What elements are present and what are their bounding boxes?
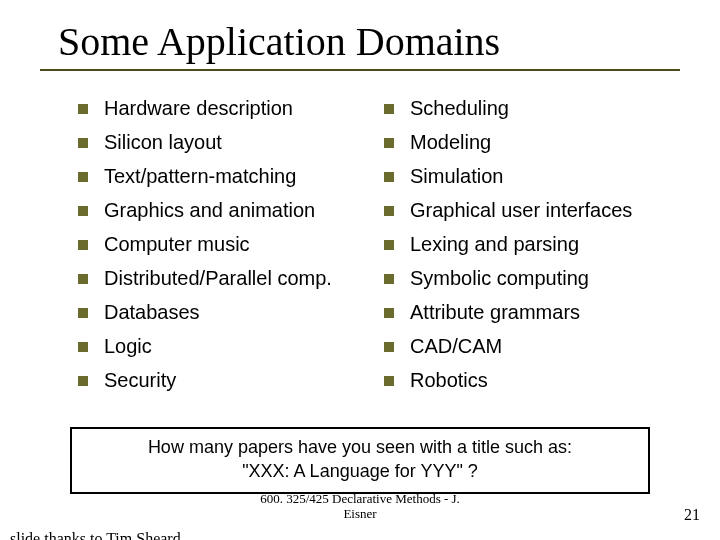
square-bullet-icon bbox=[384, 274, 394, 284]
footer-left: slide thanks to Tim Sheard bbox=[10, 530, 181, 540]
list-item-label: Logic bbox=[104, 331, 152, 362]
right-column: SchedulingModelingSimulationGraphical us… bbox=[384, 93, 680, 399]
square-bullet-icon bbox=[78, 342, 88, 352]
title-underline bbox=[40, 69, 680, 71]
callout-line-1: How many papers have you seen with a tit… bbox=[84, 435, 636, 459]
square-bullet-icon bbox=[384, 342, 394, 352]
footer-center-line-2: Eisner bbox=[0, 506, 720, 522]
list-item: Simulation bbox=[384, 161, 680, 192]
list-item: CAD/CAM bbox=[384, 331, 680, 362]
square-bullet-icon bbox=[78, 138, 88, 148]
list-item-label: Silicon layout bbox=[104, 127, 222, 158]
list-item-label: Hardware description bbox=[104, 93, 293, 124]
list-item: Logic bbox=[78, 331, 374, 362]
list-item: Distributed/Parallel comp. bbox=[78, 263, 374, 294]
list-item: Graphical user interfaces bbox=[384, 195, 680, 226]
list-item: Computer music bbox=[78, 229, 374, 260]
list-item-label: Graphical user interfaces bbox=[410, 195, 632, 226]
callout-box: How many papers have you seen with a tit… bbox=[70, 427, 650, 494]
list-item: Scheduling bbox=[384, 93, 680, 124]
list-item-label: Databases bbox=[104, 297, 200, 328]
footer-center: 600. 325/425 Declarative Methods - J. Ei… bbox=[0, 491, 720, 522]
list-item: Text/pattern-matching bbox=[78, 161, 374, 192]
square-bullet-icon bbox=[78, 240, 88, 250]
list-item-label: Symbolic computing bbox=[410, 263, 589, 294]
list-item-label: Security bbox=[104, 365, 176, 396]
list-item-label: CAD/CAM bbox=[410, 331, 502, 362]
list-item-label: Text/pattern-matching bbox=[104, 161, 296, 192]
list-item-label: Modeling bbox=[410, 127, 491, 158]
list-item: Security bbox=[78, 365, 374, 396]
list-item-label: Graphics and animation bbox=[104, 195, 315, 226]
list-item: Modeling bbox=[384, 127, 680, 158]
square-bullet-icon bbox=[384, 104, 394, 114]
list-item-label: Simulation bbox=[410, 161, 503, 192]
list-item-label: Scheduling bbox=[410, 93, 509, 124]
callout-line-2: "XXX: A Language for YYY" ? bbox=[84, 459, 636, 483]
square-bullet-icon bbox=[78, 104, 88, 114]
list-item: Silicon layout bbox=[78, 127, 374, 158]
square-bullet-icon bbox=[384, 308, 394, 318]
list-item-label: Distributed/Parallel comp. bbox=[104, 263, 332, 294]
square-bullet-icon bbox=[384, 138, 394, 148]
list-item-label: Attribute grammars bbox=[410, 297, 580, 328]
square-bullet-icon bbox=[78, 206, 88, 216]
square-bullet-icon bbox=[78, 172, 88, 182]
square-bullet-icon bbox=[384, 172, 394, 182]
left-column: Hardware descriptionSilicon layoutText/p… bbox=[78, 93, 374, 399]
list-item-label: Lexing and parsing bbox=[410, 229, 579, 260]
slide-number: 21 bbox=[684, 506, 700, 524]
slide-title: Some Application Domains bbox=[58, 18, 720, 65]
square-bullet-icon bbox=[384, 240, 394, 250]
list-item: Databases bbox=[78, 297, 374, 328]
list-item: Graphics and animation bbox=[78, 195, 374, 226]
list-item: Lexing and parsing bbox=[384, 229, 680, 260]
square-bullet-icon bbox=[384, 206, 394, 216]
square-bullet-icon bbox=[384, 376, 394, 386]
list-item: Robotics bbox=[384, 365, 680, 396]
content-columns: Hardware descriptionSilicon layoutText/p… bbox=[0, 93, 720, 399]
list-item: Hardware description bbox=[78, 93, 374, 124]
list-item: Symbolic computing bbox=[384, 263, 680, 294]
list-item-label: Robotics bbox=[410, 365, 488, 396]
square-bullet-icon bbox=[78, 376, 88, 386]
square-bullet-icon bbox=[78, 308, 88, 318]
footer-center-line-1: 600. 325/425 Declarative Methods - J. bbox=[0, 491, 720, 507]
square-bullet-icon bbox=[78, 274, 88, 284]
slide: Some Application Domains Hardware descri… bbox=[0, 18, 720, 540]
list-item-label: Computer music bbox=[104, 229, 250, 260]
list-item: Attribute grammars bbox=[384, 297, 680, 328]
